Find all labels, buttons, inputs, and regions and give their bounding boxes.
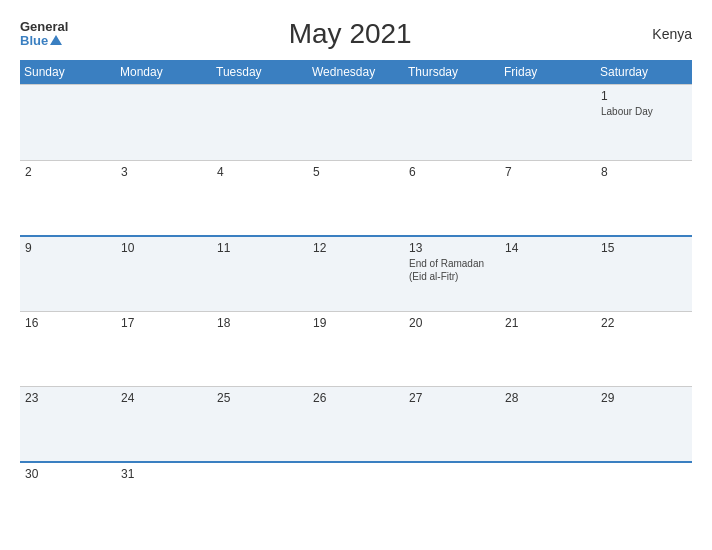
calendar-cell: 20 (404, 311, 500, 387)
calendar-cell: 7 (500, 160, 596, 236)
day-number: 28 (505, 391, 591, 405)
day-number: 5 (313, 165, 399, 179)
day-number: 7 (505, 165, 591, 179)
day-number: 30 (25, 467, 111, 481)
calendar-cell: 29 (596, 387, 692, 463)
day-of-week-header: Sunday (20, 60, 116, 85)
calendar-cell: 10 (116, 236, 212, 312)
day-number: 25 (217, 391, 303, 405)
day-number: 16 (25, 316, 111, 330)
calendar-title: May 2021 (68, 18, 632, 50)
day-of-week-header: Wednesday (308, 60, 404, 85)
calendar-week-row: 16171819202122 (20, 311, 692, 387)
logo-blue-text: Blue (20, 34, 48, 48)
day-number: 12 (313, 241, 399, 255)
calendar-cell: 1Labour Day (596, 85, 692, 161)
logo: General Blue (20, 20, 68, 49)
day-number: 6 (409, 165, 495, 179)
day-of-week-header: Saturday (596, 60, 692, 85)
calendar-cell (308, 85, 404, 161)
calendar-header-row: SundayMondayTuesdayWednesdayThursdayFrid… (20, 60, 692, 85)
day-number: 18 (217, 316, 303, 330)
calendar-cell: 15 (596, 236, 692, 312)
logo-triangle-icon (50, 35, 62, 45)
calendar-week-row: 1Labour Day (20, 85, 692, 161)
calendar-cell (596, 462, 692, 538)
calendar-week-row: 2345678 (20, 160, 692, 236)
event-label: End of Ramadan (Eid al-Fitr) (409, 258, 484, 282)
day-number: 3 (121, 165, 207, 179)
calendar-cell: 6 (404, 160, 500, 236)
calendar-cell (116, 85, 212, 161)
day-number: 21 (505, 316, 591, 330)
day-of-week-header: Monday (116, 60, 212, 85)
calendar-cell: 19 (308, 311, 404, 387)
page: General Blue May 2021 Kenya SundayMonday… (0, 0, 712, 550)
calendar-cell: 18 (212, 311, 308, 387)
calendar-cell (500, 462, 596, 538)
calendar-cell: 31 (116, 462, 212, 538)
day-number: 11 (217, 241, 303, 255)
calendar-cell: 21 (500, 311, 596, 387)
day-number: 15 (601, 241, 687, 255)
day-of-week-header: Thursday (404, 60, 500, 85)
calendar-cell: 16 (20, 311, 116, 387)
calendar-week-row: 23242526272829 (20, 387, 692, 463)
day-of-week-header: Friday (500, 60, 596, 85)
day-of-week-header: Tuesday (212, 60, 308, 85)
day-number: 2 (25, 165, 111, 179)
calendar-cell: 23 (20, 387, 116, 463)
logo-general-text: General (20, 20, 68, 34)
calendar-cell (20, 85, 116, 161)
day-number: 31 (121, 467, 207, 481)
day-number: 27 (409, 391, 495, 405)
day-number: 26 (313, 391, 399, 405)
calendar-cell: 26 (308, 387, 404, 463)
calendar-cell: 8 (596, 160, 692, 236)
day-number: 8 (601, 165, 687, 179)
calendar-table: SundayMondayTuesdayWednesdayThursdayFrid… (20, 60, 692, 538)
calendar-cell: 27 (404, 387, 500, 463)
day-number: 20 (409, 316, 495, 330)
country-label: Kenya (632, 26, 692, 42)
day-number: 9 (25, 241, 111, 255)
calendar-cell: 30 (20, 462, 116, 538)
calendar-cell (308, 462, 404, 538)
calendar-cell: 9 (20, 236, 116, 312)
calendar-cell (404, 462, 500, 538)
event-label: Labour Day (601, 106, 653, 117)
calendar-cell: 14 (500, 236, 596, 312)
day-number: 17 (121, 316, 207, 330)
calendar-week-row: 3031 (20, 462, 692, 538)
calendar-cell: 22 (596, 311, 692, 387)
calendar-cell (212, 85, 308, 161)
calendar-cell: 28 (500, 387, 596, 463)
day-number: 29 (601, 391, 687, 405)
calendar-cell: 11 (212, 236, 308, 312)
day-number: 19 (313, 316, 399, 330)
calendar-cell: 2 (20, 160, 116, 236)
day-number: 14 (505, 241, 591, 255)
calendar-cell: 3 (116, 160, 212, 236)
calendar-cell (212, 462, 308, 538)
calendar-cell: 13End of Ramadan (Eid al-Fitr) (404, 236, 500, 312)
day-number: 1 (601, 89, 687, 103)
day-number: 24 (121, 391, 207, 405)
calendar-cell: 25 (212, 387, 308, 463)
calendar-cell (404, 85, 500, 161)
calendar-cell: 24 (116, 387, 212, 463)
calendar-cell: 12 (308, 236, 404, 312)
day-number: 10 (121, 241, 207, 255)
calendar-cell: 17 (116, 311, 212, 387)
day-number: 23 (25, 391, 111, 405)
day-number: 13 (409, 241, 495, 255)
day-number: 4 (217, 165, 303, 179)
calendar-cell: 4 (212, 160, 308, 236)
day-number: 22 (601, 316, 687, 330)
calendar-cell (500, 85, 596, 161)
calendar-week-row: 910111213End of Ramadan (Eid al-Fitr)141… (20, 236, 692, 312)
header: General Blue May 2021 Kenya (20, 18, 692, 50)
calendar-cell: 5 (308, 160, 404, 236)
